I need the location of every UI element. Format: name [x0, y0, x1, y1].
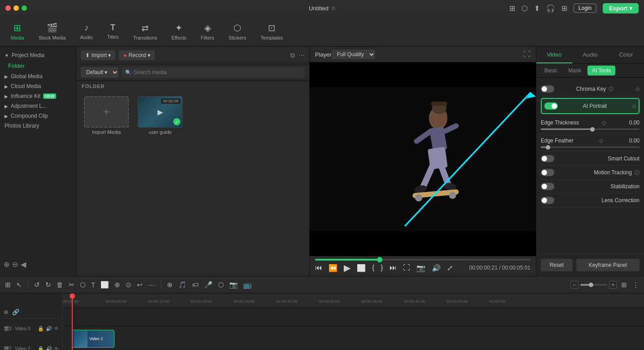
- ai-portrait-toggle[interactable]: [544, 102, 558, 110]
- undo-button[interactable]: ↺: [33, 279, 41, 290]
- track-v2-lock[interactable]: 🔒: [38, 346, 44, 350]
- expand-button[interactable]: ⤢: [447, 264, 453, 272]
- edge-feather-diamond-icon[interactable]: ◇: [599, 137, 603, 144]
- text-button[interactable]: T: [90, 279, 96, 290]
- track-v3-volume[interactable]: 🔊: [46, 326, 52, 332]
- lens-correction-toggle[interactable]: [541, 197, 554, 204]
- timeline-grid-button[interactable]: ⊞: [4, 279, 12, 290]
- more-options-icon[interactable]: ⋯: [298, 52, 305, 59]
- tab-color[interactable]: Color: [608, 47, 644, 63]
- timeline-settings-button[interactable]: ⋮: [631, 279, 640, 290]
- chroma-key-toggle[interactable]: [541, 85, 554, 93]
- toolbar-item-templates[interactable]: ⊡ Templates: [254, 20, 289, 43]
- edge-thickness-diamond-icon[interactable]: ◇: [602, 120, 606, 126]
- mark-out-button[interactable]: }: [381, 264, 383, 272]
- fullscreen-btn2[interactable]: ⛶: [403, 264, 410, 272]
- default-select[interactable]: Default ▾: [81, 67, 118, 78]
- toolbar-item-effects[interactable]: ✦ Effects: [165, 20, 193, 43]
- tab-video[interactable]: Video: [536, 47, 572, 63]
- delete-button[interactable]: 🗑: [55, 279, 65, 290]
- export-button[interactable]: Export ▾: [603, 3, 639, 13]
- track-v3-eye[interactable]: 👁: [54, 326, 59, 332]
- audio-button[interactable]: 🔊: [432, 264, 441, 272]
- chroma-key-diamond-icon[interactable]: ◇: [635, 86, 640, 92]
- toolbar-item-filters[interactable]: ◈ Filters: [194, 20, 220, 43]
- search-input[interactable]: [122, 67, 305, 78]
- subtab-mask[interactable]: Mask: [564, 66, 586, 75]
- mic-button[interactable]: 🎤: [203, 279, 214, 290]
- chroma-key-info-icon[interactable]: ⓘ: [609, 86, 613, 93]
- sidebar-item-cloud-media[interactable]: ▶ Cloud Media: [0, 81, 76, 91]
- transition-button[interactable]: ⬡: [217, 279, 225, 290]
- zoom-out-button[interactable]: −: [570, 281, 578, 289]
- multi-cam-button[interactable]: 📷: [228, 279, 239, 290]
- reset-button[interactable]: Reset: [541, 259, 573, 271]
- mask-button[interactable]: ⊙: [124, 279, 133, 290]
- motion-tracking-info-icon[interactable]: ⓘ: [635, 169, 640, 176]
- sidebar-item-project-media[interactable]: ▼ Project Media: [0, 50, 76, 60]
- toolbar-item-media[interactable]: ⊞ Media: [4, 20, 31, 43]
- filter-icon[interactable]: ⧉: [290, 52, 295, 59]
- step-back-button[interactable]: ⏪: [329, 264, 337, 272]
- video-clip-user-guide[interactable]: Video 2: [72, 330, 114, 348]
- speed-button[interactable]: ⊕: [113, 279, 122, 290]
- user-guide-item[interactable]: ▶ 00:00:05 ✓ user guide: [136, 96, 185, 135]
- timeline-pointer-button[interactable]: ↖: [15, 279, 23, 290]
- login-button[interactable]: Login: [574, 4, 596, 13]
- sidebar-folder[interactable]: Folder: [0, 60, 76, 71]
- track-v2-eye[interactable]: 👁: [54, 346, 59, 350]
- toolbar-item-stock-media[interactable]: 🎬 Stock Media: [32, 20, 72, 43]
- toolbar-item-stickers[interactable]: ⬡ Stickers: [222, 20, 252, 43]
- import-button[interactable]: ⬆ Import ▾: [81, 50, 115, 60]
- fullscreen-icon[interactable]: ⛶: [523, 50, 530, 58]
- toolbar-item-transitions[interactable]: ⇄ Transitions: [127, 20, 163, 43]
- mark-in-button[interactable]: {: [372, 264, 374, 272]
- tab-audio[interactable]: Audio: [572, 47, 608, 63]
- motion-tracking-toggle[interactable]: [541, 169, 554, 176]
- edge-thickness-slider[interactable]: [541, 128, 640, 130]
- remove-folder-button[interactable]: ⊖: [12, 260, 18, 269]
- snapshot-button[interactable]: 📷: [416, 264, 425, 272]
- import-thumb[interactable]: +: [84, 96, 129, 128]
- play-button[interactable]: ▶: [344, 262, 350, 273]
- window-controls[interactable]: [5, 5, 27, 11]
- add-track-icon-btn[interactable]: ⊕: [4, 309, 9, 315]
- zoom-in-button[interactable]: +: [609, 281, 617, 289]
- crop-button[interactable]: ⬡: [79, 279, 87, 290]
- sidebar-item-compound-clip[interactable]: ▶ Compound Clip: [0, 111, 76, 121]
- keyframe-panel-button[interactable]: Keyframe Panel: [576, 259, 640, 271]
- cut-button[interactable]: ✂: [67, 279, 76, 290]
- track-v3-lock[interactable]: 🔒: [38, 326, 44, 332]
- label-button[interactable]: 🏷: [191, 279, 200, 290]
- edge-feather-slider[interactable]: [541, 146, 640, 148]
- record-button[interactable]: ● Record ▾: [119, 50, 154, 60]
- stabilization-toggle[interactable]: [541, 183, 554, 190]
- import-media-item[interactable]: + Import Media: [82, 96, 131, 135]
- redo-button[interactable]: ↻: [44, 279, 53, 290]
- rewind-button[interactable]: ⏮: [315, 264, 322, 272]
- link-track-button[interactable]: 🔗: [12, 309, 19, 315]
- timeline-layout-button[interactable]: ⊞: [620, 279, 628, 290]
- quality-select[interactable]: Full Quality: [332, 49, 375, 59]
- toolbar-item-audio[interactable]: ♪ Audio: [74, 20, 99, 43]
- more-tools-button[interactable]: ⋯: [147, 279, 156, 290]
- stop-button[interactable]: ⬜: [357, 264, 366, 272]
- collapse-sidebar-button[interactable]: ◀: [21, 260, 26, 269]
- add-track-button[interactable]: ⊕: [166, 279, 174, 290]
- toolbar-item-titles[interactable]: T Titles: [101, 20, 125, 42]
- sidebar-item-adjustment[interactable]: ▶ Adjustment L...: [0, 101, 76, 111]
- maximize-button[interactable]: [22, 5, 27, 11]
- sidebar-item-photos-library[interactable]: Photos Library: [0, 121, 76, 131]
- track-v2-volume[interactable]: 🔊: [46, 346, 52, 350]
- ai-portrait-diamond-icon[interactable]: ◇: [632, 103, 636, 109]
- record-screen-button[interactable]: 📺: [242, 279, 253, 290]
- minimize-button[interactable]: [13, 5, 19, 11]
- sidebar-item-global-media[interactable]: ▶ Global Media: [0, 71, 76, 81]
- prev-frame-button[interactable]: ⏭: [390, 264, 397, 272]
- audio-track-button[interactable]: 🎵: [177, 279, 188, 290]
- rect-button[interactable]: ⬜: [99, 279, 110, 290]
- sidebar-item-influence-kit[interactable]: ▶ Influence Kit NEW: [0, 91, 76, 101]
- add-folder-button[interactable]: ⊕: [4, 260, 9, 269]
- playhead[interactable]: [72, 293, 73, 350]
- player-progress[interactable]: [315, 259, 530, 261]
